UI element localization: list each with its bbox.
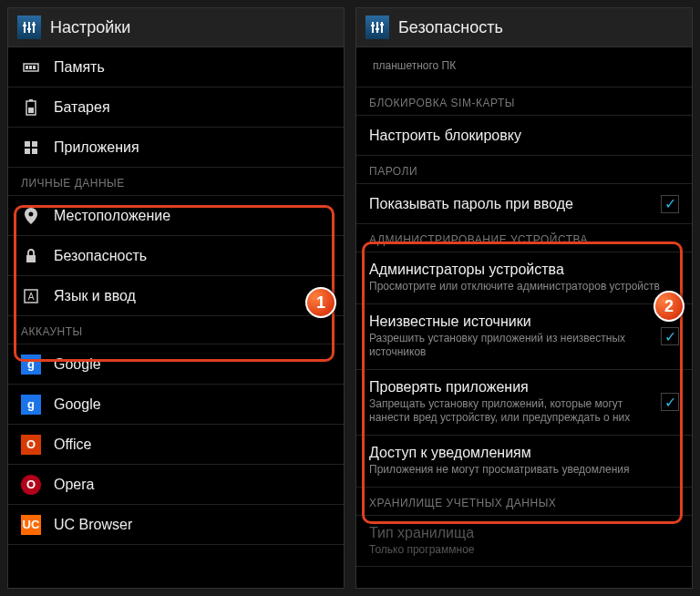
settings-header: Настройки: [8, 8, 344, 47]
settings-list: Память Батарея Приложения ЛИЧНЫЕ ДАННЫЕ …: [8, 47, 344, 588]
settings-item-battery[interactable]: Батарея: [8, 87, 344, 128]
item-label: Проверять приложения: [369, 379, 648, 396]
item-label: Настроить блокировку: [369, 128, 521, 144]
item-label: Тип хранилища: [369, 525, 679, 541]
location-icon: [21, 206, 41, 226]
svg-rect-3: [23, 25, 26, 26]
tablet-row: планшетного ПК: [356, 47, 692, 87]
item-label: Google: [54, 396, 101, 413]
svg-rect-13: [25, 141, 30, 147]
svg-rect-0: [24, 22, 26, 33]
item-label: Неизвестные источники: [369, 313, 648, 330]
account-item-google[interactable]: g Google: [8, 344, 344, 385]
account-item-opera[interactable]: O Opera: [8, 465, 344, 505]
item-label: Приложения: [54, 139, 139, 156]
memory-icon: [21, 57, 41, 77]
verify-apps-item[interactable]: Проверять приложения Запрещать установку…: [356, 370, 692, 436]
item-label: Google: [54, 356, 101, 373]
storage-type-item: Тип хранилища Только программное: [356, 516, 692, 568]
svg-rect-15: [25, 149, 30, 154]
item-sub: Запрещать установку приложений, которые …: [369, 397, 648, 426]
settings-title: Настройки: [50, 18, 130, 37]
svg-rect-7: [26, 66, 28, 69]
svg-rect-8: [29, 66, 32, 69]
svg-rect-17: [26, 255, 36, 262]
svg-rect-1: [28, 22, 30, 33]
settings-item-language[interactable]: A Язык и ввод: [8, 276, 344, 316]
item-label: Память: [54, 59, 105, 76]
settings-icon: [365, 15, 389, 39]
left-screenshot: Настройки Память Батарея Приложения ЛИЧН…: [7, 7, 345, 589]
settings-item-location[interactable]: Местоположение: [8, 196, 344, 236]
svg-rect-12: [28, 108, 34, 113]
section-personal: ЛИЧНЫЕ ДАННЫЕ: [8, 168, 344, 196]
item-label: Office: [54, 437, 92, 453]
svg-rect-2: [33, 22, 35, 33]
opera-icon: O: [21, 475, 41, 495]
account-item-office[interactable]: O Office: [8, 425, 344, 465]
sim-lock-item[interactable]: Настроить блокировку: [356, 116, 692, 156]
apps-icon: [21, 138, 41, 158]
svg-rect-16: [32, 149, 37, 154]
item-sub: Разрешить установку приложений из неизве…: [369, 332, 648, 360]
svg-rect-4: [27, 28, 31, 30]
section-admin: АДМИНИСТРИРОВАНИЕ УСТРОЙСТВА: [356, 224, 692, 252]
callout-badge-1: 1: [305, 287, 336, 318]
item-sub: Приложения не могут просматривать уведом…: [369, 463, 679, 478]
callout-badge-2: 2: [654, 291, 685, 322]
item-sub: Только программное: [369, 543, 679, 558]
settings-item-memory[interactable]: Память: [8, 47, 344, 87]
language-icon: A: [21, 286, 41, 306]
security-title: Безопасность: [398, 18, 503, 37]
checkbox-icon[interactable]: [661, 195, 679, 213]
security-list: планшетного ПК БЛОКИРОВКА SIM-КАРТЫ Наст…: [356, 47, 692, 588]
svg-rect-5: [32, 24, 36, 26]
uc-icon: UC: [21, 515, 41, 535]
account-item-google[interactable]: g Google: [8, 385, 344, 425]
settings-item-security[interactable]: Безопасность: [8, 236, 344, 276]
item-label: Безопасность: [54, 248, 147, 264]
device-admins-item[interactable]: Администраторы устройства Просмотрите ил…: [356, 252, 692, 304]
item-label: Администраторы устройства: [369, 262, 679, 278]
lock-icon: [21, 246, 41, 266]
svg-rect-22: [381, 22, 383, 33]
account-item-uc[interactable]: UC UC Browser: [8, 505, 344, 545]
section-accounts: АККАУНТЫ: [8, 316, 344, 344]
show-password-item[interactable]: Показывать пароль при вводе: [356, 184, 692, 224]
google-icon: g: [21, 395, 41, 415]
svg-rect-21: [376, 22, 378, 33]
svg-rect-9: [33, 66, 36, 69]
item-sub: Просмотрите или отключите администраторо…: [369, 280, 679, 294]
svg-rect-20: [372, 22, 374, 33]
item-label: Доступ к уведомлениям: [369, 445, 679, 461]
svg-rect-14: [32, 141, 37, 147]
item-label: UC Browser: [54, 517, 132, 533]
svg-text:A: A: [28, 292, 35, 302]
section-credentials: ХРАНИЛИЩЕ УЧЕТНЫХ ДАННЫХ: [356, 488, 692, 516]
checkbox-icon[interactable]: [661, 327, 679, 345]
google-icon: g: [21, 355, 41, 375]
section-passwords: ПАРОЛИ: [356, 156, 692, 184]
right-screenshot: Безопасность планшетного ПК БЛОКИРОВКА S…: [355, 7, 693, 589]
checkbox-icon[interactable]: [661, 393, 679, 411]
security-header: Безопасность: [356, 8, 692, 47]
notification-access-item[interactable]: Доступ к уведомлениям Приложения не могу…: [356, 436, 692, 488]
item-label: Показывать пароль при вводе: [369, 196, 648, 212]
item-label: Opera: [54, 477, 94, 493]
svg-rect-24: [376, 28, 379, 30]
svg-rect-23: [371, 25, 375, 26]
tablet-sub: планшетного ПК: [373, 59, 456, 74]
unknown-sources-item[interactable]: Неизвестные источники Разрешить установк…: [356, 304, 692, 370]
office-icon: O: [21, 435, 41, 455]
svg-rect-25: [380, 24, 384, 26]
item-label: Язык и ввод: [54, 288, 136, 304]
battery-icon: [21, 98, 41, 118]
item-label: Батарея: [54, 99, 110, 116]
item-label: Местоположение: [54, 208, 170, 224]
settings-icon: [17, 15, 41, 39]
section-sim: БЛОКИРОВКА SIM-КАРТЫ: [356, 87, 692, 116]
settings-item-apps[interactable]: Приложения: [8, 128, 344, 168]
